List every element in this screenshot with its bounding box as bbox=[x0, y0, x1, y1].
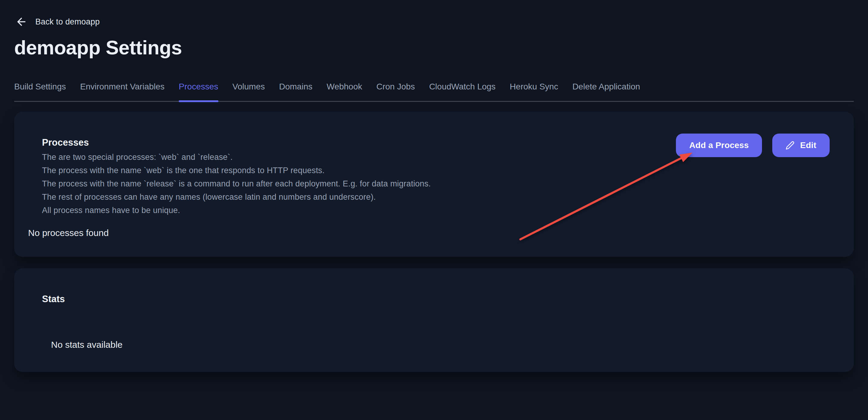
processes-card-actions: Add a Process Edit bbox=[676, 133, 830, 157]
processes-card: Processes The are two special processes:… bbox=[14, 112, 854, 257]
processes-description-line: The rest of processes can have any names… bbox=[42, 190, 431, 204]
processes-description-line: The process with the name `web` is the o… bbox=[42, 164, 431, 177]
tab-build-settings[interactable]: Build Settings bbox=[14, 82, 66, 101]
edit-processes-button[interactable]: Edit bbox=[772, 133, 830, 157]
arrow-left-icon bbox=[15, 16, 28, 28]
add-a-process-button[interactable]: Add a Process bbox=[676, 133, 762, 157]
pencil-icon bbox=[785, 141, 795, 150]
stats-card-title: Stats bbox=[14, 268, 854, 305]
tab-processes[interactable]: Processes bbox=[179, 82, 218, 101]
back-link[interactable]: Back to demoapp bbox=[15, 0, 100, 28]
no-stats-message: No stats available bbox=[51, 340, 854, 350]
no-processes-message: No processes found bbox=[28, 228, 854, 238]
processes-description-line: The process with the name `release` is a… bbox=[42, 177, 431, 190]
page-title: demoapp Settings bbox=[14, 36, 854, 59]
stats-card: Stats No stats available bbox=[14, 268, 854, 372]
processes-description-line: The are two special processes: `web` and… bbox=[42, 150, 431, 164]
tab-environment-variables[interactable]: Environment Variables bbox=[80, 82, 164, 101]
tab-heroku-sync[interactable]: Heroku Sync bbox=[510, 82, 558, 101]
processes-card-title: Processes bbox=[42, 137, 431, 148]
processes-description-line: All process names have to be unique. bbox=[42, 204, 431, 217]
tab-delete-application[interactable]: Delete Application bbox=[572, 82, 640, 101]
tab-cloudwatch-logs[interactable]: CloudWatch Logs bbox=[429, 82, 496, 101]
add-a-process-button-label: Add a Process bbox=[689, 141, 749, 150]
tab-webhook[interactable]: Webhook bbox=[327, 82, 362, 101]
tab-volumes[interactable]: Volumes bbox=[232, 82, 265, 101]
edit-processes-button-label: Edit bbox=[800, 141, 816, 150]
tab-bar: Build Settings Environment Variables Pro… bbox=[14, 82, 854, 102]
back-link-label: Back to demoapp bbox=[35, 17, 100, 27]
settings-page: Back to demoapp demoapp Settings Build S… bbox=[0, 0, 868, 372]
processes-card-text: Processes The are two special processes:… bbox=[42, 133, 431, 217]
tab-cron-jobs[interactable]: Cron Jobs bbox=[376, 82, 415, 101]
processes-card-header: Processes The are two special processes:… bbox=[14, 112, 854, 217]
tab-domains[interactable]: Domains bbox=[279, 82, 312, 101]
